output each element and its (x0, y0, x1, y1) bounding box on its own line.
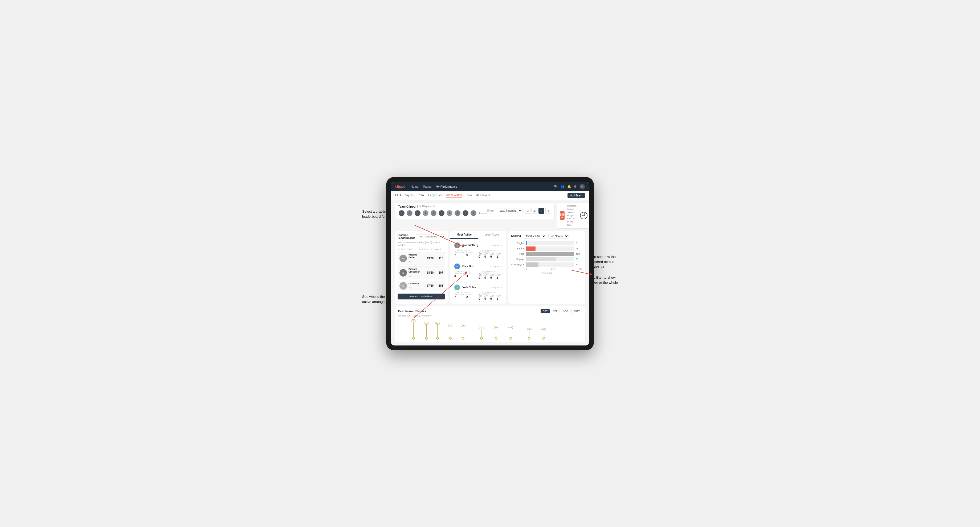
nav-home[interactable]: Home (410, 185, 418, 188)
lb-player-avatar: R (399, 255, 407, 262)
streak-point: 5x (448, 324, 452, 340)
chart-xlabel: Total Shots (511, 272, 582, 274)
rank-badge-bronze: ● 3 (409, 287, 412, 289)
lb-player-name: Richard Butler (409, 253, 422, 259)
chart-bar-eagles (526, 241, 527, 245)
team-header-card: Team Clippd | 14 Players ✎ 👤 👤 👤 👤 👤 (395, 203, 555, 219)
tab-most-active[interactable]: Most Active (450, 231, 478, 239)
chart-bar-container (526, 262, 574, 267)
practice-lb-title: Practice Leaderboards (398, 234, 416, 240)
nav-links: Home Teams My Performance (410, 185, 549, 188)
subnav-all-players[interactable]: All Players (476, 194, 490, 197)
shot-badge: 198 sc (560, 211, 565, 220)
streaks-tab-arg[interactable]: ARG (561, 309, 570, 313)
activity-date: 26 Aug 2023 (490, 244, 502, 246)
streaks-tab-putt[interactable]: PUTT (571, 309, 582, 313)
activity-user-name: Rees Britt (462, 265, 488, 268)
player-avatar: 👤 (422, 210, 429, 217)
grid-view-btn[interactable]: ☷ (525, 208, 530, 214)
player-avatar: 👤 (438, 210, 445, 217)
list-view-btn[interactable]: ☰ (531, 208, 538, 214)
chart-bar-bogeys (526, 257, 556, 261)
middle-row: Practice Leaderboards PUTT Must Make Put… (395, 231, 585, 304)
drill-select[interactable]: PUTT Must Make Putting... (416, 234, 445, 239)
lb-player-info: Edward Crossman ● 2 (409, 268, 422, 278)
streaks-tab-app[interactable]: APP (551, 309, 560, 313)
user-avatar[interactable]: U (579, 184, 585, 189)
streak-dot (436, 337, 439, 340)
chart-bar-container (526, 241, 574, 245)
subnav-team-clippd[interactable]: Team Clippd (446, 193, 462, 197)
brand-logo: clippd (395, 184, 405, 189)
lb-player-name: Edward Crossman (409, 268, 422, 273)
bell-icon[interactable]: 🔔 (567, 185, 571, 189)
users-icon[interactable]: 👥 (561, 185, 565, 189)
add-team-button[interactable]: Add Team (568, 193, 585, 198)
search-icon[interactable]: 🔍 (554, 185, 558, 189)
chart-val: 3 (576, 242, 582, 244)
chart-val: 499 (576, 252, 582, 255)
lb-player-avatar: C (399, 282, 407, 290)
lb-avg: 107 (435, 271, 443, 274)
chart-row-bogeys: Bogeys 311 (511, 257, 582, 261)
streaks-tabs: OTT APP ARG PUTT (541, 309, 582, 313)
show-label: Show: (487, 209, 495, 212)
chart-xaxis: 0 200 400 (511, 268, 582, 270)
sort-btn[interactable]: ⇅ (546, 208, 551, 214)
streak-point: 3x (527, 328, 531, 340)
activity-panel: Most Active Least Active B Blair McHarg … (450, 231, 506, 304)
view-full-leaderboard-button[interactable]: View Full Leaderboard (398, 294, 445, 300)
streak-dot (425, 337, 428, 340)
scoring-filter-pars[interactable]: Par 3, 4 & 5s (523, 234, 546, 238)
scoring-chart: Eagles 3 Birdies (511, 240, 582, 301)
settings-icon[interactable]: ⚙ (574, 185, 577, 189)
chart-bar-container (526, 257, 574, 261)
chart-row-dbogeys: D. Bogeys + 131 (511, 262, 582, 267)
player-avatar: 👤 (462, 210, 469, 217)
streak-label: 5x (448, 324, 452, 327)
practice-leaderboard-card: Practice Leaderboards PUTT Must Make Put… (395, 231, 448, 304)
scoring-filter-players[interactable]: All Players (548, 234, 569, 238)
lb-player-row: C Cameron... ● 3 17/20 103 (398, 281, 445, 291)
navbar-icons: 🔍 👥 🔔 ⚙ U (554, 184, 585, 189)
streak-point: 6x (424, 322, 428, 340)
streaks-tab-ott[interactable]: OTT (541, 309, 550, 313)
lb-score: 18/20 (423, 271, 434, 274)
lb-player-avatar: E (399, 269, 407, 276)
subnav-hcaps[interactable]: Hcaps 1-5 (428, 194, 442, 197)
streak-dot (542, 337, 545, 340)
streak-label: 7x (411, 319, 416, 322)
streak-dot (509, 337, 512, 340)
team-info: Team Clippd | 14 Players ✎ 👤 👤 👤 👤 👤 (398, 205, 487, 217)
subnav-tour[interactable]: Tour (466, 194, 472, 197)
chart-row-eagles: Eagles 3 (511, 241, 582, 245)
activity-user-name: Blair McHarg (462, 244, 488, 247)
lb-player-info: Cameron... ● 3 (409, 282, 422, 290)
subnav-pga[interactable]: PGA (418, 194, 424, 197)
scoring-header: Scoring Par 3, 4 & 5s All Players (511, 234, 582, 238)
lb-player-name: Cameron... (409, 282, 422, 285)
card-view-btn[interactable]: ◾ (538, 208, 544, 214)
streak-dot (480, 337, 483, 340)
player-avatar: 👤 (414, 210, 421, 217)
activity-entries: B Blair McHarg 26 Aug 2023 Total Rounds … (450, 239, 506, 304)
rank-badge-gold: ★ (409, 260, 410, 263)
subnav-pgat[interactable]: PGAT Players (395, 194, 414, 197)
streak-point: 5x (461, 324, 465, 340)
player-avatar: 👤 (470, 210, 477, 217)
streak-point: 4x (494, 326, 498, 340)
chart-val: 131 (576, 263, 582, 266)
nav-my-performance[interactable]: My Performance (436, 185, 457, 188)
streak-point: 4x (479, 326, 484, 340)
edit-icon[interactable]: ✎ (433, 205, 435, 208)
streak-label: 4x (494, 326, 498, 329)
tablet-screen: clippd Home Teams My Performance 🔍 👥 🔔 ⚙… (391, 182, 589, 346)
tab-least-active[interactable]: Least Active (478, 231, 506, 239)
tablet-frame: clippd Home Teams My Performance 🔍 👥 🔔 ⚙… (386, 177, 594, 350)
streaks-subtitle: Off The Tee, Fairway Accuracy (398, 314, 582, 317)
show-select[interactable]: Last 3 months Last 6 months Last year (497, 208, 522, 213)
chart-bar-container (526, 246, 574, 251)
subnav: PGAT Players PGA Hcaps 1-5 Team Clippd T… (391, 191, 589, 200)
nav-teams[interactable]: Teams (423, 185, 431, 188)
player-avatar: 👤 (406, 210, 413, 217)
